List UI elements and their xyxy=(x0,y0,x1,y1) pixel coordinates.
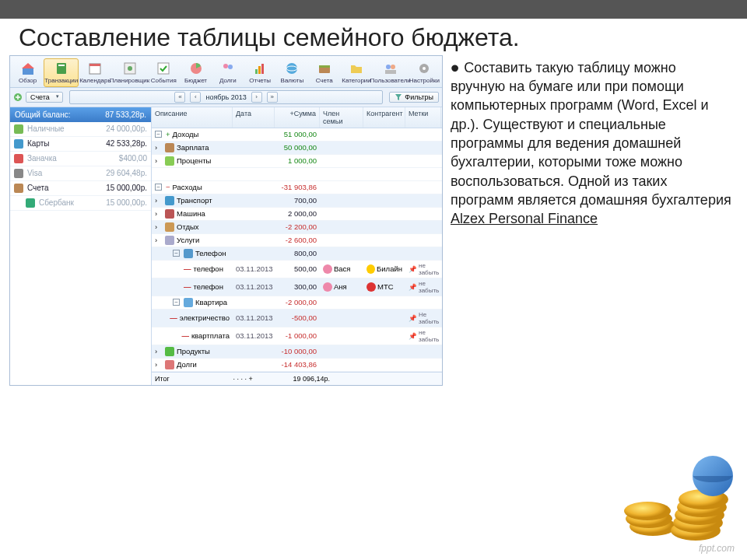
cards-icon xyxy=(14,139,23,149)
cell-agent xyxy=(363,334,405,338)
slide-body-text: •Составить такую таблицу можно вручную н… xyxy=(451,55,738,386)
cell-tags xyxy=(405,212,441,215)
cell-member: Вася xyxy=(320,263,363,275)
toolbar-globe[interactable]: Валюты xyxy=(276,58,308,87)
grid-row[interactable]: — телефон03.11.2013300,00АняМТС📌не забыт… xyxy=(152,278,442,296)
wallet-icon xyxy=(165,143,174,152)
tb-label: Пользователи xyxy=(370,77,411,84)
accounts-dropdown[interactable]: Счета xyxy=(26,92,63,103)
cell-member xyxy=(320,301,363,304)
grid-row[interactable]: −+ Доходы51 000,00 xyxy=(152,128,442,142)
account-row[interactable]: Сбербанк15 000,00р. xyxy=(10,196,151,211)
cell-desc: −Квартира xyxy=(152,296,233,309)
cell-date xyxy=(233,146,275,149)
nav-next-button[interactable]: › xyxy=(251,92,262,103)
svg-point-9 xyxy=(223,64,228,68)
slide-title: Составление таблицы семейного бюджета. xyxy=(19,23,728,52)
grid-row[interactable]: ›Услуги-2 600,00 xyxy=(152,234,442,247)
grid-row[interactable]: — квартплата03.11.2013-1 000,00📌не забыт… xyxy=(152,327,442,345)
cell-tags xyxy=(405,363,441,366)
grid-row[interactable]: ›Отдых-2 200,00 xyxy=(152,221,442,234)
account-row[interactable]: Visa29 604,48р. xyxy=(10,166,151,181)
cell-member xyxy=(320,133,363,136)
account-row[interactable]: Наличные24 000,00р. xyxy=(10,122,151,137)
svg-rect-20 xyxy=(385,70,396,74)
account-row[interactable]: Заначка$400,00 xyxy=(10,152,151,166)
grid-row[interactable]: ›Машина2 000,00 xyxy=(152,208,442,221)
collapse-icon[interactable]: − xyxy=(155,131,162,138)
grid-row[interactable]: — электричество03.11.2013-500,00📌Не забы… xyxy=(152,310,442,327)
toolbar-check[interactable]: События xyxy=(148,58,180,87)
folder-icon xyxy=(349,61,364,76)
col-agent[interactable]: Контрагент xyxy=(363,107,405,128)
toolbar-folder[interactable]: Категории xyxy=(340,58,372,87)
grid-row[interactable]: −− Расходы-31 903,86 xyxy=(152,181,442,194)
col-sum[interactable]: +Сумма xyxy=(275,107,320,128)
nav-last-button[interactable]: » xyxy=(267,92,278,103)
account-row[interactable]: Счета15 000,00р. xyxy=(10,181,151,196)
cell-desc: −+ Доходы xyxy=(152,128,233,140)
toolbar-chart[interactable]: Отчеты xyxy=(244,58,275,87)
toolbar-people[interactable]: Долги xyxy=(212,58,244,87)
toolbar-wallet[interactable]: Счета xyxy=(308,58,340,87)
expand-icon[interactable]: − xyxy=(173,299,180,306)
grid-row[interactable]: ›Долги-14 403,86 xyxy=(152,359,442,372)
grid-row[interactable]: ›Проценты1 000,00 xyxy=(152,155,442,168)
app-link[interactable]: Alzex Personal Finance xyxy=(451,211,598,226)
expand-icon[interactable]: − xyxy=(173,250,180,257)
grid-row[interactable]: −Квартира-2 000,00 xyxy=(152,296,442,310)
grid-footer: Итог · · · · + 19 096,14р. xyxy=(152,372,442,385)
grid-row[interactable]: −Телефон800,00 xyxy=(152,247,442,261)
grid-row[interactable]: ›Продукты-10 000,00 xyxy=(152,345,442,359)
toolbar-users[interactable]: Пользователи xyxy=(373,58,409,87)
account-name: Visa xyxy=(27,169,102,177)
person-icon xyxy=(323,282,332,292)
account-name: Карты xyxy=(27,139,102,148)
toolbar-calendar[interactable]: Календарь xyxy=(79,58,111,87)
toolbar-pie[interactable]: Бюджет xyxy=(180,58,212,87)
bus-icon xyxy=(165,196,174,205)
cell-agent xyxy=(363,199,405,202)
cell-date xyxy=(233,186,275,189)
cell-desc: ›Зарплата xyxy=(152,142,233,154)
grid-row[interactable]: ›Зарплата50 000,00 xyxy=(152,142,442,155)
cell-tags xyxy=(405,350,441,353)
collapse-icon[interactable]: − xyxy=(155,184,162,191)
toolbar-home[interactable]: Обзор xyxy=(12,58,44,87)
main-toolbar: ОбзорТранзакцииКалендарьПланировщикСобыт… xyxy=(10,56,442,88)
cell-agent: МТС xyxy=(363,281,405,293)
cell-member xyxy=(320,363,363,366)
toolbar-gear[interactable]: Настройки xyxy=(409,58,440,87)
nav-first-button[interactable]: « xyxy=(174,92,185,103)
cell-member xyxy=(320,239,363,242)
cell-sum: 500,00 xyxy=(275,263,320,275)
cell-member xyxy=(320,146,363,149)
person-icon xyxy=(323,264,332,274)
filter-button[interactable]: Фильтры xyxy=(389,92,439,103)
grid-row[interactable]: — телефон03.11.2013500,00ВасяБилайн📌не з… xyxy=(152,261,442,278)
grid-header: Описание Дата +Сумма Член семьи Контраге… xyxy=(152,107,442,128)
toolbar-plan[interactable]: Планировщик xyxy=(112,58,148,87)
cell-desc: −− Расходы xyxy=(152,181,233,193)
col-tags[interactable]: Метки xyxy=(405,107,441,128)
add-icon[interactable] xyxy=(13,93,23,102)
cell-agent xyxy=(363,212,405,215)
grid-row[interactable]: ›Транспорт700,00 xyxy=(152,194,442,208)
col-date[interactable]: Дата xyxy=(233,107,275,128)
account-row[interactable]: Карты42 533,28р. xyxy=(10,137,151,152)
operator-icon xyxy=(366,264,375,274)
nav-prev-button[interactable]: ‹ xyxy=(190,92,201,103)
cell-sum: -1 000,00 xyxy=(275,330,320,341)
account-name: Сбербанк xyxy=(39,198,102,207)
cell-date xyxy=(233,226,275,229)
cell-agent xyxy=(363,159,405,163)
gear-icon xyxy=(416,61,432,76)
cell-agent xyxy=(363,301,405,304)
tb-label: Долги xyxy=(219,77,237,84)
cell-sum: -2 600,00 xyxy=(275,234,320,246)
col-member[interactable]: Член семьи xyxy=(320,107,363,128)
toolbar-book[interactable]: Транзакции xyxy=(44,58,79,87)
svg-point-18 xyxy=(386,65,391,69)
account-name: Заначка xyxy=(27,154,115,163)
col-description[interactable]: Описание xyxy=(152,107,233,128)
